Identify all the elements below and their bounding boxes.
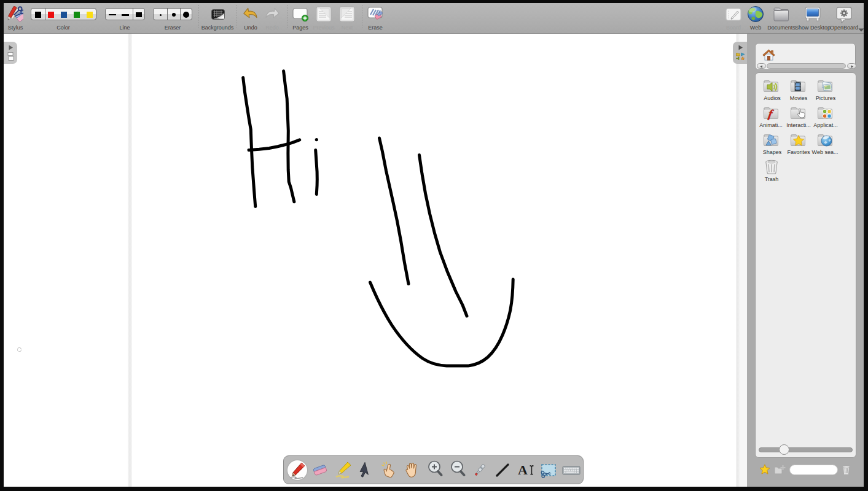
svg-text:A: A	[518, 462, 528, 477]
